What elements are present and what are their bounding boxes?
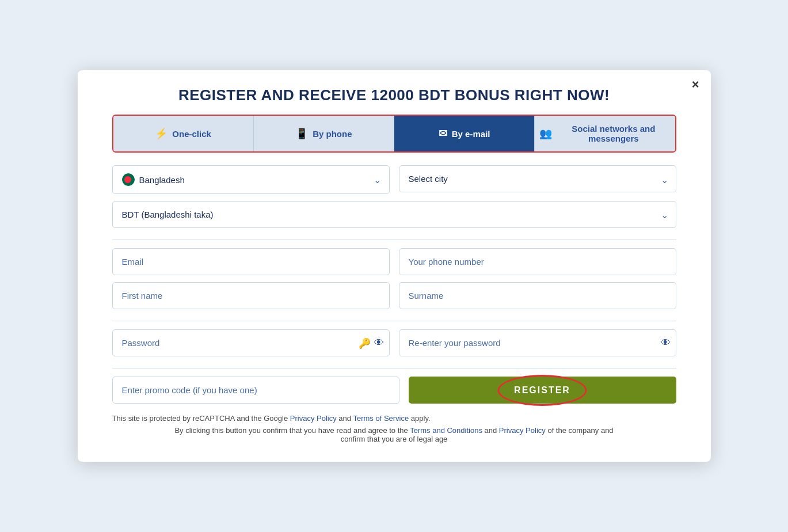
- country-select[interactable]: Bangladesh ⌄: [112, 165, 390, 194]
- city-select[interactable]: Select city: [399, 165, 676, 192]
- email-input[interactable]: [112, 248, 390, 275]
- eye-slash-icon-2[interactable]: 👁: [661, 337, 671, 349]
- promo-input[interactable]: [112, 377, 399, 404]
- registration-form: Bangladesh ⌄ Select city ⌄ BDT (Banglade…: [112, 165, 676, 443]
- phone-input[interactable]: [399, 248, 676, 275]
- tab-by-phone-label: By phone: [313, 129, 352, 139]
- privacy-policy-link[interactable]: Privacy Policy: [290, 414, 337, 423]
- surname-input[interactable]: [399, 282, 676, 309]
- tab-social-label: Social networks and messengers: [557, 124, 670, 143]
- password-icons: 🔑 👁: [359, 337, 384, 349]
- divider-2: [112, 321, 676, 321]
- country-city-row: Bangladesh ⌄ Select city ⌄: [112, 165, 676, 194]
- recaptcha-notice: This site is protected by reCAPTCHA and …: [112, 414, 676, 423]
- currency-wrapper: BDT (Bangladeshi taka) ⌄: [112, 201, 676, 228]
- terms-service-link[interactable]: Terms of Service: [353, 414, 409, 423]
- eye-slash-icon[interactable]: 👁: [374, 337, 384, 349]
- social-icon: 👥: [539, 127, 552, 140]
- currency-row: BDT (Bangladeshi taka) ⌄: [112, 201, 676, 228]
- country-wrapper: Bangladesh ⌄: [112, 165, 390, 194]
- promo-register-row: REGISTER: [112, 377, 676, 404]
- password-row: 🔑 👁 👁: [112, 329, 676, 356]
- register-modal: × REGISTER AND RECEIVE 12000 BDT BONUS R…: [78, 70, 711, 462]
- tab-by-phone[interactable]: 📱 By phone: [254, 116, 394, 151]
- name-row: [112, 282, 676, 309]
- email-icon: ✉: [439, 127, 447, 140]
- repassword-input[interactable]: [399, 329, 676, 356]
- register-button[interactable]: REGISTER: [409, 377, 676, 404]
- register-button-wrapper: REGISTER: [409, 377, 676, 404]
- firstname-input[interactable]: [112, 282, 390, 309]
- tab-by-email-label: By e-mail: [452, 129, 490, 139]
- country-chevron-icon: ⌄: [374, 174, 381, 185]
- privacy-policy-link-2[interactable]: Privacy Policy: [499, 426, 546, 435]
- tab-social[interactable]: 👥 Social networks and messengers: [535, 116, 675, 151]
- city-wrapper: Select city ⌄: [399, 165, 676, 194]
- lightning-icon: ⚡: [155, 127, 168, 140]
- password-wrapper: 🔑 👁: [112, 329, 390, 356]
- confirm-notice: By clicking this button you confirm that…: [112, 426, 676, 443]
- bangladesh-flag: [122, 173, 135, 186]
- phone-icon: 📱: [295, 127, 308, 140]
- divider-1: [112, 240, 676, 240]
- svg-point-1: [124, 176, 131, 183]
- terms-conditions-link[interactable]: Terms and Conditions: [410, 426, 482, 435]
- divider-3: [112, 368, 676, 368]
- password-input[interactable]: [112, 329, 390, 356]
- email-phone-row: [112, 248, 676, 275]
- repassword-wrapper: 👁: [399, 329, 676, 356]
- close-button[interactable]: ×: [692, 78, 699, 91]
- country-value: Bangladesh: [139, 175, 185, 185]
- modal-title: REGISTER AND RECEIVE 12000 BDT BONUS RIG…: [112, 86, 676, 104]
- tab-by-email[interactable]: ✉ By e-mail: [394, 116, 535, 151]
- currency-select[interactable]: BDT (Bangladeshi taka): [112, 201, 676, 228]
- repassword-icons: 👁: [661, 337, 671, 349]
- tab-one-click[interactable]: ⚡ One-click: [113, 116, 254, 151]
- key-icon: 🔑: [359, 337, 371, 349]
- tab-bar: ⚡ One-click 📱 By phone ✉ By e-mail 👥 Soc…: [112, 115, 676, 153]
- tab-one-click-label: One-click: [172, 129, 211, 139]
